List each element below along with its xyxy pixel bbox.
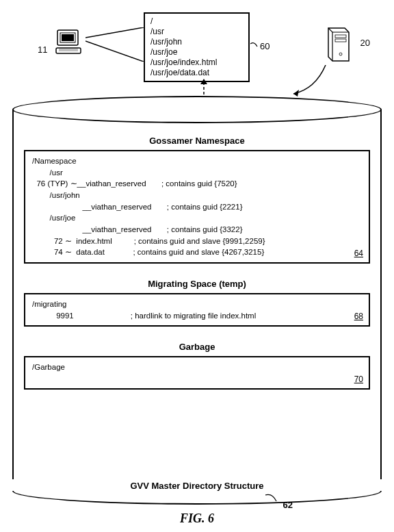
leader-hook-icon [265,493,279,503]
ns-line: __viathan_reserved ; contains guid {3322… [32,224,362,236]
mig-line: /migrating [32,299,362,310]
path-line: /usr [150,27,241,37]
ns-line: /Namespace [32,155,362,167]
cylinder-top-ellipse [12,96,382,123]
ns-line: /usr/joe [32,212,362,224]
ns-line: /usr [32,167,362,179]
cylinder-body: Gossamer Namespace /Namespace /usr 76 (T… [12,110,382,479]
top-region: 11 / /usr /usr/john /usr/joe /usr/joe/in… [7,7,387,82]
server-tower-icon [326,24,353,66]
cylinder-caption: GVV Master Directory Structure 62 [12,481,382,491]
svg-line-6 [86,27,144,38]
path-line: /usr/john [150,37,241,47]
curved-arrow-icon [288,65,329,99]
ref-label-60: 60 [260,41,270,51]
ref-label-11: 11 [38,45,47,55]
figure-caption: FIG. 6 [7,511,387,526]
path-line: /usr/joe/index.html [150,58,241,68]
migrating-box: /migrating 9991 ; hardlink to migrating … [24,293,370,327]
ref-label-64: 64 [354,248,363,259]
ref-label-62: 62 [283,500,293,510]
path-line: /usr/joe/data.dat [150,68,241,78]
leader-hook-icon [250,41,260,51]
svg-rect-2 [62,34,74,41]
namespace-box: /Namespace /usr 76 (TYP) ∼__viathan_rese… [24,150,370,264]
connector-lines-icon [86,27,144,62]
garbage-title: Garbage [24,342,370,352]
ns-line: /usr/john [32,190,362,201]
garbage-box: /Garbage 70 [24,356,370,390]
migrating-title: Migrating Space (temp) [24,279,370,289]
gar-line: /Garbage [32,362,362,373]
path-line: / [150,16,241,27]
namespace-title: Gossamer Namespace [24,136,370,146]
ns-line: 74 ∼ data.dat ; contains guid and slave … [32,246,362,258]
svg-line-7 [86,41,144,62]
ns-line: 76 (TYP) ∼__viathan_reserved ; contains … [32,178,362,190]
path-line: /usr/joe [150,47,241,58]
cylinder-caption-text: GVV Master Directory Structure [130,481,263,491]
ref-label-20: 20 [360,38,370,48]
cylinder-container: Gossamer Namespace /Namespace /usr 76 (T… [12,110,382,491]
ref-label-68: 68 [354,311,363,322]
ref-label-70: 70 [354,374,363,385]
path-listing-box: / /usr /usr/john /usr/joe /usr/joe/index… [144,12,250,82]
ns-line: 72 ∼ index.html ; contains guid and slav… [32,236,362,247]
ns-line: __viathan_reserved ; contains guid {2221… [32,201,362,213]
computer-icon [55,27,85,60]
mig-line: 9991 ; hardlink to migrating file index.… [32,310,362,322]
